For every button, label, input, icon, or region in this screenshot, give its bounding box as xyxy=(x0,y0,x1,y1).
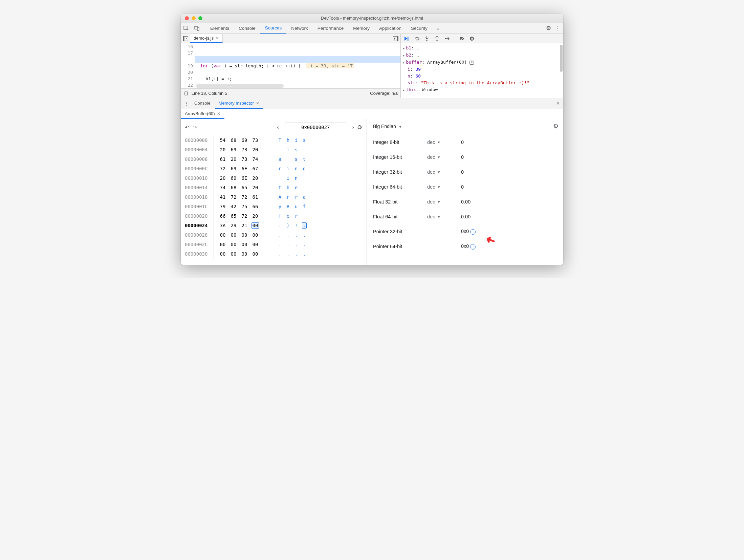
hex-row[interactable]: 0000002800000000.... xyxy=(183,230,365,240)
jump-to-address-icon[interactable]: → xyxy=(470,244,476,250)
drawer-tab-memory-inspector[interactable]: Memory Inspector✕ xyxy=(215,98,263,109)
step-over-icon[interactable] xyxy=(414,36,420,41)
value-mode-selector[interactable]: dec▼ xyxy=(427,199,461,204)
tab-console[interactable]: Console xyxy=(234,23,260,34)
svg-rect-4 xyxy=(183,36,184,41)
value-mode-selector[interactable]: dec▼ xyxy=(427,169,461,175)
pretty-print-icon[interactable]: {} xyxy=(183,91,189,96)
value-settings-icon[interactable]: ⚙ xyxy=(553,123,559,130)
step-icon[interactable] xyxy=(445,37,451,41)
debugger-pane: b1: … b2: … buffer: ArrayBuffer(60) ⣿ i:… xyxy=(401,34,563,98)
hex-ascii: the xyxy=(271,183,319,192)
close-object-tab-icon[interactable]: ✕ xyxy=(217,111,220,116)
value-row: Integer 64-bitdec▼0 xyxy=(373,179,559,194)
value-mode-selector[interactable]: dec▼ xyxy=(427,184,461,190)
hex-row[interactable]: 0000000861207374a st xyxy=(183,154,365,164)
close-window-button[interactable] xyxy=(185,16,189,20)
zoom-window-button[interactable] xyxy=(198,16,202,20)
hex-row[interactable]: 0000003000000000.... xyxy=(183,249,365,259)
endian-selector[interactable]: Big Endian ▼ xyxy=(373,124,402,129)
tab-network[interactable]: Network xyxy=(286,23,313,34)
value-output: 0x0 → xyxy=(461,229,559,235)
jump-to-address-icon[interactable]: → xyxy=(470,229,476,235)
hex-row[interactable]: 0000001841727261Arra xyxy=(183,192,365,202)
hex-row[interactable]: 0000001C79427566yBuf xyxy=(183,202,365,211)
more-icon[interactable]: ⋮ xyxy=(554,25,560,31)
hex-row[interactable]: 0000002C00000000.... xyxy=(183,240,365,249)
hex-row[interactable]: 0000000C72696E67ring xyxy=(183,164,365,173)
tab-performance[interactable]: Performance xyxy=(313,23,348,34)
tabs-overflow[interactable]: » xyxy=(432,23,444,34)
editor-status-bar: {} Line 18, Column 5 Coverage: n/a xyxy=(181,88,400,98)
hex-row[interactable]: 000000243A292100:)!. xyxy=(183,221,365,230)
pause-exceptions-icon[interactable] xyxy=(469,36,476,41)
navigator-toggle-icon[interactable] xyxy=(181,36,190,41)
value-row: Float 64-bitdec▼0.00 xyxy=(373,209,559,224)
value-label: Pointer 64-bit xyxy=(373,244,427,249)
value-label: Float 64-bit xyxy=(373,214,427,219)
hex-ascii: in xyxy=(271,173,319,183)
memory-object-tabbar: ArrayBuffer(60)✕ xyxy=(181,109,563,119)
inspect-element-icon[interactable] xyxy=(181,26,192,31)
hex-bytes: 61207374 xyxy=(214,154,271,164)
horizontal-scrollbar[interactable] xyxy=(196,84,284,88)
hex-row[interactable]: 0000001474686520the xyxy=(183,183,365,192)
value-mode-selector[interactable]: dec▼ xyxy=(427,139,461,145)
hex-ascii: ring xyxy=(271,164,319,173)
hex-ascii: .... xyxy=(271,240,319,249)
cursor-position: Line 18, Column 5 xyxy=(192,91,227,96)
value-row: Pointer 32-bit0x0 → xyxy=(373,224,559,239)
hex-row[interactable]: 0000000054686973This xyxy=(183,135,365,145)
settings-icon[interactable]: ⚙ xyxy=(546,25,551,32)
tab-memory[interactable]: Memory xyxy=(348,23,374,34)
close-drawer-icon[interactable]: ✕ xyxy=(556,101,563,106)
window-titlebar: DevTools - memory-inspector.glitch.me/de… xyxy=(181,14,563,23)
value-row: Pointer 64-bit0x0 → xyxy=(373,239,559,254)
tab-application[interactable]: Application xyxy=(374,23,406,34)
file-tab[interactable]: demo-js.js ✕ xyxy=(190,34,223,43)
hex-address: 0000001C xyxy=(185,202,214,211)
prev-page-icon[interactable]: ‹ xyxy=(277,124,279,130)
drawer-tabbar: ⋮ Console Memory Inspector✕ ✕ xyxy=(181,98,563,109)
memory-icon[interactable]: ⣿ xyxy=(469,61,474,65)
drawer-more-icon[interactable]: ⋮ xyxy=(183,101,190,106)
step-out-icon[interactable] xyxy=(435,36,441,41)
tab-sources[interactable]: Sources xyxy=(260,23,287,34)
undo-icon[interactable]: ↶ xyxy=(185,124,189,131)
value-output: 0 xyxy=(461,184,559,190)
step-into-icon[interactable] xyxy=(424,36,431,41)
value-row: Integer 16-bitdec▼0 xyxy=(373,150,559,165)
svg-rect-2 xyxy=(197,27,199,30)
refresh-icon[interactable]: ⟳ xyxy=(357,124,363,131)
memory-nav: ↶ ↷ ‹ › ⟳ xyxy=(183,123,365,132)
device-toggle-icon[interactable] xyxy=(192,26,202,31)
hex-bytes: 20696E20 xyxy=(214,173,271,183)
hex-row[interactable]: 0000001020696E20 in xyxy=(183,173,365,183)
redo-icon[interactable]: ↷ xyxy=(193,124,197,131)
hex-row[interactable]: 0000002066657220fer xyxy=(183,211,365,221)
scrollbar[interactable] xyxy=(560,45,563,72)
debug-toolbar xyxy=(401,34,563,43)
next-page-icon[interactable]: › xyxy=(352,124,354,130)
hex-address: 00000000 xyxy=(185,135,214,145)
hex-table[interactable]: 0000000054686973This0000000420697320 is … xyxy=(183,135,365,259)
resume-icon[interactable] xyxy=(404,36,410,41)
tab-elements[interactable]: Elements xyxy=(205,23,234,34)
close-drawer-tab-icon[interactable]: ✕ xyxy=(256,101,259,106)
value-mode-selector[interactable]: dec▼ xyxy=(427,154,461,160)
memory-object-tab[interactable]: ArrayBuffer(60)✕ xyxy=(181,109,224,119)
close-file-tab-icon[interactable]: ✕ xyxy=(216,36,219,41)
drawer-tab-console[interactable]: Console xyxy=(191,98,214,109)
value-output: 0.00 xyxy=(461,214,559,219)
value-mode-selector[interactable]: dec▼ xyxy=(427,214,461,219)
address-input[interactable] xyxy=(285,123,346,132)
debugger-toggle-icon[interactable] xyxy=(391,36,400,41)
hex-address: 00000014 xyxy=(185,183,214,192)
tab-security[interactable]: Security xyxy=(406,23,432,34)
minimize-window-button[interactable] xyxy=(192,16,196,20)
scope-variables[interactable]: b1: … b2: … buffer: ArrayBuffer(60) ⣿ i:… xyxy=(401,43,563,98)
deactivate-breakpoints-icon[interactable] xyxy=(459,36,465,41)
hex-row[interactable]: 0000000420697320 is xyxy=(183,145,365,154)
code-editor[interactable]: 16 17 18 19 20 21 22 for (var i = str.le… xyxy=(181,43,400,88)
hex-address: 00000018 xyxy=(185,192,214,202)
